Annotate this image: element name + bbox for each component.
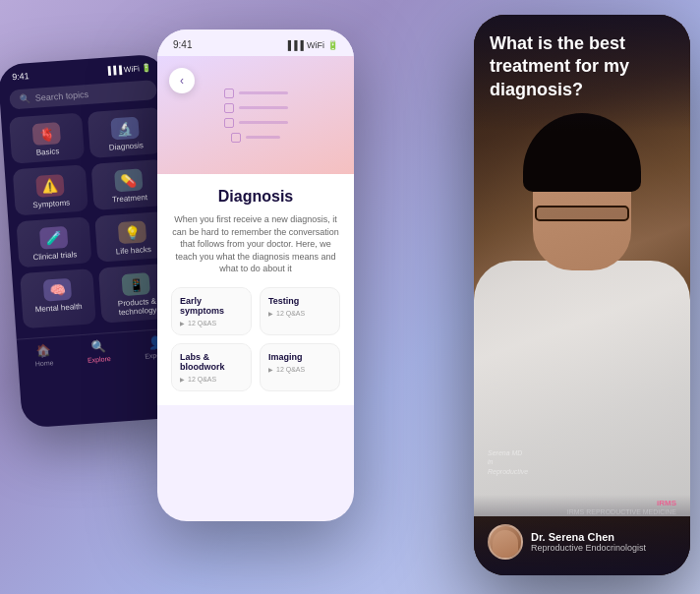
checkbox-icon <box>224 103 234 113</box>
treatment-icon: 💊 <box>114 168 143 192</box>
labs-title: Labs & bloodwork <box>180 352 243 372</box>
list-line <box>239 91 288 94</box>
back-button[interactable]: ‹ <box>169 68 195 93</box>
checkbox-icon <box>224 89 234 98</box>
testing-subtitle: 12 Q&AS <box>268 310 331 317</box>
status-icons-left: ▐▐▐ WiFi 🔋 <box>105 63 152 75</box>
grid-item-basics[interactable]: 🫀 Basics <box>9 113 85 164</box>
home-icon: 🏠 <box>35 343 51 358</box>
checkbox-icon <box>224 118 234 128</box>
mental-label: Mental health <box>34 302 83 314</box>
signature-line1: Serena MD <box>488 448 528 458</box>
phone-mid: 9:41 ▐▐▐ WiFi 🔋 ‹ <box>157 30 354 521</box>
treatment-label: Treatment <box>112 193 148 205</box>
signature-line3: Reproductive <box>488 467 528 477</box>
phone-right: Serena MD in Reproductive iRMS IRMS REPR… <box>474 15 690 575</box>
card-labs[interactable]: Labs & bloodwork 12 Q&AS <box>171 343 252 391</box>
nav-home[interactable]: 🏠 Home <box>34 343 54 367</box>
nav-explore[interactable]: 🔍 Explore <box>87 339 111 364</box>
card-imaging[interactable]: Imaging 12 Q&AS <box>260 343 340 391</box>
search-icon: 🔍 <box>19 93 30 104</box>
diagnosis-icon: 🔬 <box>110 117 139 141</box>
imaging-subtitle: 12 Q&AS <box>268 366 331 373</box>
grid-item-treatment[interactable]: 💊 Treatment <box>91 159 167 210</box>
nav-explore-label: Explore <box>88 355 111 364</box>
treatment-question: What is the best treatment for my diagno… <box>490 32 674 101</box>
question-overlay: What is the best treatment for my diagno… <box>474 15 690 131</box>
grid-item-diagnosis[interactable]: 🔬 Diagnosis <box>88 107 163 158</box>
list-line <box>239 121 288 124</box>
avatar <box>488 524 523 560</box>
grid-item-symptoms[interactable]: ⚠️ Symptoms <box>13 164 88 215</box>
lifehacks-label: Life hacks <box>115 245 151 256</box>
early-symptoms-subtitle: 12 Q&AS <box>180 320 243 327</box>
basics-label: Basics <box>36 147 60 157</box>
imaging-title: Imaging <box>268 352 331 362</box>
doctor-specialty: Reproductive Endocrinologist <box>531 543 646 553</box>
early-symptoms-title: Early symptoms <box>180 296 243 316</box>
symptoms-icon: ⚠️ <box>35 174 64 198</box>
diagnosis-title: Diagnosis <box>171 188 340 206</box>
time-mid: 9:41 <box>173 39 192 50</box>
doctor-info: Dr. Serena Chen Reproductive Endocrinolo… <box>488 524 676 560</box>
mental-icon: 🧠 <box>43 278 72 302</box>
doctor-info-overlay: Dr. Serena Chen Reproductive Endocrinolo… <box>474 495 690 575</box>
status-icons-mid: ▐▐▐ WiFi 🔋 <box>285 40 338 50</box>
grid-item-clinical[interactable]: 🧪 Clinical trials <box>16 216 91 267</box>
clinical-icon: 🧪 <box>39 226 68 250</box>
card-testing[interactable]: Testing 12 Q&AS <box>260 287 340 335</box>
list-line <box>239 106 288 109</box>
checkbox-icon <box>231 133 241 143</box>
diagnosis-cards-grid: Early symptoms 12 Q&AS Testing 12 Q&AS L… <box>171 287 340 391</box>
signature-line2: in <box>488 457 528 467</box>
testing-title: Testing <box>268 296 331 306</box>
avatar-figure <box>493 530 518 558</box>
explore-icon: 🔍 <box>90 339 106 354</box>
status-bar-mid: 9:41 ▐▐▐ WiFi 🔋 <box>157 30 354 56</box>
doctor-coat <box>474 261 690 516</box>
list-decoration <box>224 89 288 143</box>
diagnosis-description: When you first receive a new diagnosis, … <box>171 213 340 275</box>
doctor-signature: Serena MD in Reproductive <box>488 448 528 477</box>
clinical-label: Clinical trials <box>32 250 77 262</box>
time-left: 9:41 <box>12 71 29 82</box>
doctor-glasses <box>535 206 629 221</box>
topics-grid: 🫀 Basics 🔬 Diagnosis ⚠️ Symptoms 💊 Treat… <box>1 106 183 334</box>
grid-item-mental[interactable]: 🧠 Mental health <box>20 268 96 328</box>
lifehacks-icon: 💡 <box>118 220 146 244</box>
products-icon: 📱 <box>121 272 149 296</box>
doctor-text: Dr. Serena Chen Reproductive Endocrinolo… <box>531 531 646 553</box>
symptoms-label: Symptoms <box>32 199 70 210</box>
card-early-symptoms[interactable]: Early symptoms 12 Q&AS <box>171 287 252 335</box>
list-line <box>246 136 280 139</box>
diagnosis-header-image: ‹ <box>157 56 354 174</box>
basics-icon: 🫀 <box>32 122 61 146</box>
back-chevron-icon: ‹ <box>180 74 184 88</box>
doctor-name: Dr. Serena Chen <box>531 531 646 543</box>
doctor-background: Serena MD in Reproductive iRMS IRMS REPR… <box>474 15 690 575</box>
nav-home-label: Home <box>35 359 54 367</box>
labs-subtitle: 12 Q&AS <box>180 376 243 383</box>
search-placeholder: Search topics <box>34 89 88 103</box>
diagnosis-label: Diagnosis <box>109 141 145 151</box>
diagnosis-body: Diagnosis When you first receive a new d… <box>157 174 354 405</box>
